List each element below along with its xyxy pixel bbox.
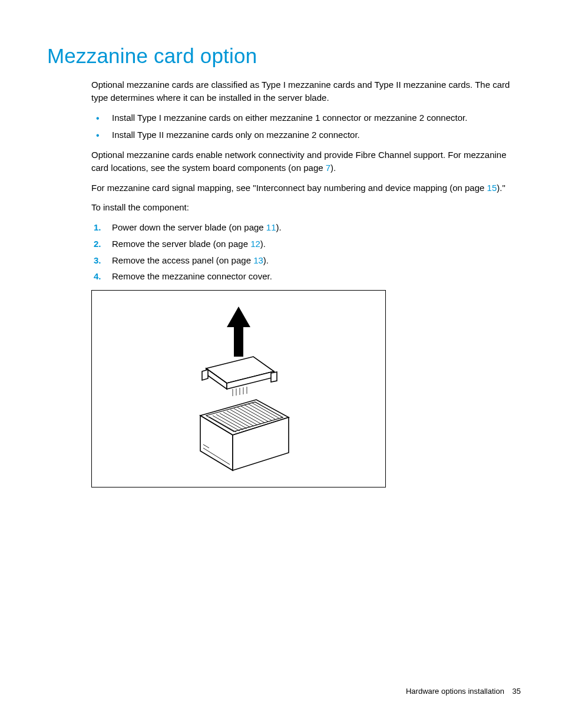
paragraph-connectivity: Optional mezzanine cards enable network … (91, 149, 521, 174)
step-item: Remove the mezzanine connector cover. (91, 270, 521, 283)
step-item: Remove the access panel (on page 13). (91, 254, 521, 267)
svg-marker-5 (271, 372, 277, 382)
page-link[interactable]: 15 (487, 183, 497, 193)
text-fragment: For mezzanine card signal mapping, see "… (91, 183, 487, 193)
text-fragment: ). (260, 239, 266, 249)
page: Mezzanine card option Optional mezzanine… (0, 0, 562, 728)
chassis-box (200, 400, 289, 470)
page-link[interactable]: 12 (250, 239, 260, 249)
text-fragment: )." (497, 183, 505, 193)
text-fragment: Optional mezzanine cards enable network … (91, 150, 507, 173)
svg-marker-0 (227, 307, 250, 357)
steps-intro: To install the component: (91, 201, 521, 214)
footer-page-number: 35 (513, 687, 521, 696)
page-footer: Hardware options installation 35 (406, 687, 521, 696)
text-fragment: ). (330, 163, 336, 173)
bullet-list: Install Type I mezzanine cards on either… (91, 111, 521, 142)
text-fragment: Remove the server blade (on page (112, 239, 250, 249)
figure-mezzanine-cover-removal (91, 290, 386, 487)
diagram-illustration (174, 301, 303, 477)
bullet-item: Install Type I mezzanine cards on either… (91, 111, 521, 124)
text-fragment: Remove the access panel (on page (112, 255, 253, 265)
footer-section-name: Hardware options installation (406, 687, 504, 696)
step-item: Power down the server blade (on page 11)… (91, 221, 521, 234)
ordered-steps: Power down the server blade (on page 11)… (91, 221, 521, 283)
text-fragment: Remove the mezzanine connector cover. (112, 271, 272, 281)
step-item: Remove the server blade (on page 12). (91, 238, 521, 251)
paragraph-signal-mapping: For mezzanine card signal mapping, see "… (91, 182, 521, 195)
connector-pins (233, 387, 247, 396)
body-content: Optional mezzanine cards are classified … (91, 78, 521, 487)
text-fragment: Power down the server blade (on page (112, 222, 266, 232)
cover-piece (202, 357, 277, 389)
intro-paragraph: Optional mezzanine cards are classified … (91, 78, 521, 104)
text-fragment: ). (276, 222, 282, 232)
svg-marker-4 (202, 370, 208, 380)
arrow-up-icon (227, 307, 250, 357)
page-link[interactable]: 13 (253, 255, 263, 265)
page-link[interactable]: 7 (326, 163, 330, 173)
text-fragment: ). (263, 255, 269, 265)
page-link[interactable]: 11 (266, 222, 276, 232)
heading-title: Mezzanine card option (47, 44, 521, 68)
bullet-item: Install Type II mezzanine cards only on … (91, 129, 521, 141)
